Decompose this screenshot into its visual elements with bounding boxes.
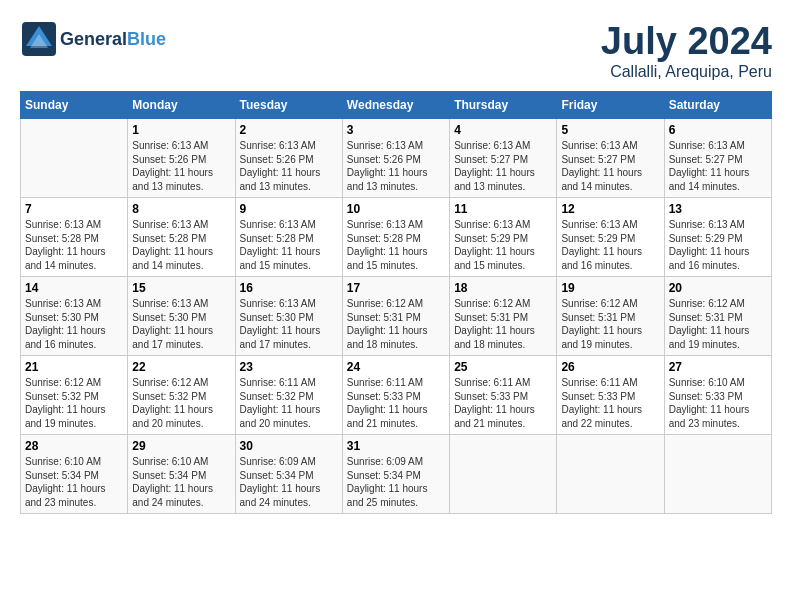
- cell-date-number: 20: [669, 281, 767, 295]
- cell-info-text: Sunrise: 6:09 AM Sunset: 5:34 PM Dayligh…: [347, 455, 445, 509]
- page-header: GeneralBlue July 2024 Callalli, Arequipa…: [20, 20, 772, 81]
- calendar-cell: 14Sunrise: 6:13 AM Sunset: 5:30 PM Dayli…: [21, 277, 128, 356]
- cell-date-number: 3: [347, 123, 445, 137]
- cell-date-number: 12: [561, 202, 659, 216]
- cell-date-number: 9: [240, 202, 338, 216]
- calendar-week-5: 28Sunrise: 6:10 AM Sunset: 5:34 PM Dayli…: [21, 435, 772, 514]
- calendar-cell: [450, 435, 557, 514]
- cell-info-text: Sunrise: 6:10 AM Sunset: 5:34 PM Dayligh…: [132, 455, 230, 509]
- cell-info-text: Sunrise: 6:11 AM Sunset: 5:33 PM Dayligh…: [347, 376, 445, 430]
- calendar-cell: 27Sunrise: 6:10 AM Sunset: 5:33 PM Dayli…: [664, 356, 771, 435]
- calendar-title: July 2024: [601, 20, 772, 63]
- cell-info-text: Sunrise: 6:12 AM Sunset: 5:31 PM Dayligh…: [669, 297, 767, 351]
- calendar-cell: 9Sunrise: 6:13 AM Sunset: 5:28 PM Daylig…: [235, 198, 342, 277]
- calendar-cell: 23Sunrise: 6:11 AM Sunset: 5:32 PM Dayli…: [235, 356, 342, 435]
- day-header-friday: Friday: [557, 92, 664, 119]
- cell-info-text: Sunrise: 6:12 AM Sunset: 5:32 PM Dayligh…: [132, 376, 230, 430]
- cell-info-text: Sunrise: 6:13 AM Sunset: 5:27 PM Dayligh…: [561, 139, 659, 193]
- calendar-cell: 7Sunrise: 6:13 AM Sunset: 5:28 PM Daylig…: [21, 198, 128, 277]
- cell-info-text: Sunrise: 6:13 AM Sunset: 5:28 PM Dayligh…: [347, 218, 445, 272]
- cell-date-number: 30: [240, 439, 338, 453]
- cell-info-text: Sunrise: 6:13 AM Sunset: 5:27 PM Dayligh…: [454, 139, 552, 193]
- cell-info-text: Sunrise: 6:13 AM Sunset: 5:29 PM Dayligh…: [561, 218, 659, 272]
- calendar-cell: 11Sunrise: 6:13 AM Sunset: 5:29 PM Dayli…: [450, 198, 557, 277]
- cell-info-text: Sunrise: 6:12 AM Sunset: 5:31 PM Dayligh…: [347, 297, 445, 351]
- cell-info-text: Sunrise: 6:09 AM Sunset: 5:34 PM Dayligh…: [240, 455, 338, 509]
- calendar-cell: 25Sunrise: 6:11 AM Sunset: 5:33 PM Dayli…: [450, 356, 557, 435]
- cell-info-text: Sunrise: 6:13 AM Sunset: 5:26 PM Dayligh…: [240, 139, 338, 193]
- cell-date-number: 25: [454, 360, 552, 374]
- calendar-week-4: 21Sunrise: 6:12 AM Sunset: 5:32 PM Dayli…: [21, 356, 772, 435]
- calendar-table: SundayMondayTuesdayWednesdayThursdayFrid…: [20, 91, 772, 514]
- calendar-cell: 3Sunrise: 6:13 AM Sunset: 5:26 PM Daylig…: [342, 119, 449, 198]
- calendar-cell: 13Sunrise: 6:13 AM Sunset: 5:29 PM Dayli…: [664, 198, 771, 277]
- cell-date-number: 2: [240, 123, 338, 137]
- calendar-cell: [21, 119, 128, 198]
- cell-date-number: 13: [669, 202, 767, 216]
- cell-info-text: Sunrise: 6:11 AM Sunset: 5:33 PM Dayligh…: [454, 376, 552, 430]
- cell-date-number: 28: [25, 439, 123, 453]
- cell-date-number: 7: [25, 202, 123, 216]
- cell-date-number: 6: [669, 123, 767, 137]
- cell-info-text: Sunrise: 6:13 AM Sunset: 5:30 PM Dayligh…: [132, 297, 230, 351]
- cell-info-text: Sunrise: 6:12 AM Sunset: 5:31 PM Dayligh…: [454, 297, 552, 351]
- calendar-cell: 17Sunrise: 6:12 AM Sunset: 5:31 PM Dayli…: [342, 277, 449, 356]
- calendar-week-2: 7Sunrise: 6:13 AM Sunset: 5:28 PM Daylig…: [21, 198, 772, 277]
- logo-icon: [20, 20, 58, 58]
- cell-date-number: 18: [454, 281, 552, 295]
- cell-date-number: 29: [132, 439, 230, 453]
- cell-date-number: 31: [347, 439, 445, 453]
- cell-info-text: Sunrise: 6:11 AM Sunset: 5:32 PM Dayligh…: [240, 376, 338, 430]
- cell-info-text: Sunrise: 6:13 AM Sunset: 5:26 PM Dayligh…: [347, 139, 445, 193]
- calendar-cell: 26Sunrise: 6:11 AM Sunset: 5:33 PM Dayli…: [557, 356, 664, 435]
- calendar-cell: 1Sunrise: 6:13 AM Sunset: 5:26 PM Daylig…: [128, 119, 235, 198]
- calendar-cell: 29Sunrise: 6:10 AM Sunset: 5:34 PM Dayli…: [128, 435, 235, 514]
- calendar-cell: 10Sunrise: 6:13 AM Sunset: 5:28 PM Dayli…: [342, 198, 449, 277]
- calendar-cell: 6Sunrise: 6:13 AM Sunset: 5:27 PM Daylig…: [664, 119, 771, 198]
- cell-date-number: 16: [240, 281, 338, 295]
- cell-info-text: Sunrise: 6:13 AM Sunset: 5:29 PM Dayligh…: [454, 218, 552, 272]
- cell-info-text: Sunrise: 6:13 AM Sunset: 5:28 PM Dayligh…: [132, 218, 230, 272]
- day-header-sunday: Sunday: [21, 92, 128, 119]
- title-block: July 2024 Callalli, Arequipa, Peru: [601, 20, 772, 81]
- cell-date-number: 21: [25, 360, 123, 374]
- calendar-cell: 31Sunrise: 6:09 AM Sunset: 5:34 PM Dayli…: [342, 435, 449, 514]
- cell-date-number: 23: [240, 360, 338, 374]
- cell-info-text: Sunrise: 6:13 AM Sunset: 5:29 PM Dayligh…: [669, 218, 767, 272]
- cell-date-number: 27: [669, 360, 767, 374]
- calendar-cell: 15Sunrise: 6:13 AM Sunset: 5:30 PM Dayli…: [128, 277, 235, 356]
- calendar-cell: 2Sunrise: 6:13 AM Sunset: 5:26 PM Daylig…: [235, 119, 342, 198]
- day-header-thursday: Thursday: [450, 92, 557, 119]
- calendar-cell: 30Sunrise: 6:09 AM Sunset: 5:34 PM Dayli…: [235, 435, 342, 514]
- cell-date-number: 26: [561, 360, 659, 374]
- cell-date-number: 8: [132, 202, 230, 216]
- calendar-cell: 20Sunrise: 6:12 AM Sunset: 5:31 PM Dayli…: [664, 277, 771, 356]
- calendar-cell: 19Sunrise: 6:12 AM Sunset: 5:31 PM Dayli…: [557, 277, 664, 356]
- calendar-subtitle: Callalli, Arequipa, Peru: [601, 63, 772, 81]
- calendar-cell: 22Sunrise: 6:12 AM Sunset: 5:32 PM Dayli…: [128, 356, 235, 435]
- cell-date-number: 1: [132, 123, 230, 137]
- cell-info-text: Sunrise: 6:13 AM Sunset: 5:27 PM Dayligh…: [669, 139, 767, 193]
- cell-date-number: 11: [454, 202, 552, 216]
- cell-date-number: 19: [561, 281, 659, 295]
- cell-date-number: 24: [347, 360, 445, 374]
- cell-date-number: 10: [347, 202, 445, 216]
- cell-date-number: 17: [347, 281, 445, 295]
- calendar-cell: 16Sunrise: 6:13 AM Sunset: 5:30 PM Dayli…: [235, 277, 342, 356]
- cell-info-text: Sunrise: 6:13 AM Sunset: 5:26 PM Dayligh…: [132, 139, 230, 193]
- cell-info-text: Sunrise: 6:13 AM Sunset: 5:28 PM Dayligh…: [25, 218, 123, 272]
- day-header-monday: Monday: [128, 92, 235, 119]
- calendar-cell: [664, 435, 771, 514]
- calendar-header-row: SundayMondayTuesdayWednesdayThursdayFrid…: [21, 92, 772, 119]
- cell-date-number: 22: [132, 360, 230, 374]
- cell-info-text: Sunrise: 6:10 AM Sunset: 5:34 PM Dayligh…: [25, 455, 123, 509]
- cell-date-number: 4: [454, 123, 552, 137]
- calendar-cell: [557, 435, 664, 514]
- cell-date-number: 15: [132, 281, 230, 295]
- cell-info-text: Sunrise: 6:11 AM Sunset: 5:33 PM Dayligh…: [561, 376, 659, 430]
- logo: GeneralBlue: [20, 20, 166, 58]
- cell-info-text: Sunrise: 6:13 AM Sunset: 5:30 PM Dayligh…: [25, 297, 123, 351]
- calendar-cell: 8Sunrise: 6:13 AM Sunset: 5:28 PM Daylig…: [128, 198, 235, 277]
- day-header-saturday: Saturday: [664, 92, 771, 119]
- logo-text: GeneralBlue: [60, 29, 166, 50]
